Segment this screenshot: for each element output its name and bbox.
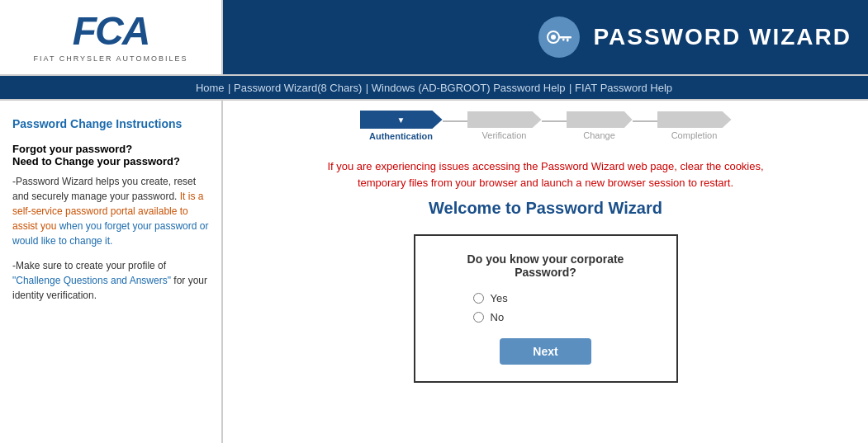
step-change: Change bbox=[567, 111, 633, 140]
step-authentication: ▼ Authentication bbox=[360, 111, 443, 141]
radio-no-label: No bbox=[491, 311, 505, 323]
radio-yes[interactable]: Yes bbox=[473, 292, 508, 304]
main-content: ▼ Authentication Verification Change Com… bbox=[223, 101, 868, 443]
step-change-label: Change bbox=[583, 130, 615, 140]
steps-row: ▼ Authentication Verification Change Com… bbox=[240, 101, 851, 145]
radio-yes-label: Yes bbox=[491, 292, 508, 304]
sidebar-para-2: -Make sure to create your profile of "Ch… bbox=[12, 258, 209, 303]
next-button[interactable]: Next bbox=[500, 338, 591, 365]
svg-point-1 bbox=[551, 35, 556, 40]
nav-bar: Home | Password Wizard(8 Chars) | Window… bbox=[0, 76, 868, 101]
svg-rect-3 bbox=[567, 39, 569, 42]
question-box: Do you know your corporate Password? Yes… bbox=[414, 234, 678, 383]
step-completion: Completion bbox=[657, 111, 732, 140]
svg-rect-4 bbox=[562, 39, 565, 41]
warning-message: If you are experiencing issues accessing… bbox=[240, 158, 851, 191]
fca-logo: FCA bbox=[73, 12, 149, 51]
nav-fiat-pw[interactable]: FIAT Password Help bbox=[575, 82, 672, 94]
radio-group: Yes No bbox=[440, 292, 652, 323]
radio-yes-input[interactable] bbox=[473, 293, 484, 304]
radio-no-input[interactable] bbox=[473, 312, 484, 323]
content-area: Password Change Instructions Forgot your… bbox=[0, 101, 868, 443]
step-verification: Verification bbox=[467, 111, 542, 140]
sidebar: Password Change Instructions Forgot your… bbox=[0, 101, 223, 443]
title-area: PASSWORD WIZARD bbox=[223, 0, 868, 74]
header: FCA FIAT CHRYSLER AUTOMOBILES PASSWORD W… bbox=[0, 0, 868, 76]
sidebar-title: Password Change Instructions bbox=[12, 117, 209, 130]
radio-no[interactable]: No bbox=[473, 311, 505, 323]
next-btn-wrapper: Next bbox=[440, 338, 652, 365]
step-authentication-label: Authentication bbox=[369, 131, 433, 141]
sidebar-para-1: -Password Wizard helps you create, reset… bbox=[12, 174, 209, 248]
nav-home[interactable]: Home bbox=[196, 82, 225, 94]
welcome-title: Welcome to Password Wizard bbox=[240, 199, 851, 218]
question-text: Do you know your corporate Password? bbox=[440, 252, 652, 279]
sidebar-heading: Forgot your password?Need to Change your… bbox=[12, 143, 209, 167]
key-icon bbox=[538, 16, 580, 58]
nav-pw-wizard[interactable]: Password Wizard(8 Chars) bbox=[234, 82, 362, 94]
page-title: PASSWORD WIZARD bbox=[593, 24, 851, 50]
logo-area: FCA FIAT CHRYSLER AUTOMOBILES bbox=[0, 0, 223, 74]
nav-windows-pw[interactable]: Windows (AD-BGROOT) Password Help bbox=[372, 82, 566, 94]
logo-subtitle: FIAT CHRYSLER AUTOMOBILES bbox=[34, 54, 188, 63]
step-completion-label: Completion bbox=[671, 130, 718, 140]
step-verification-label: Verification bbox=[482, 130, 527, 140]
svg-rect-2 bbox=[558, 36, 572, 39]
